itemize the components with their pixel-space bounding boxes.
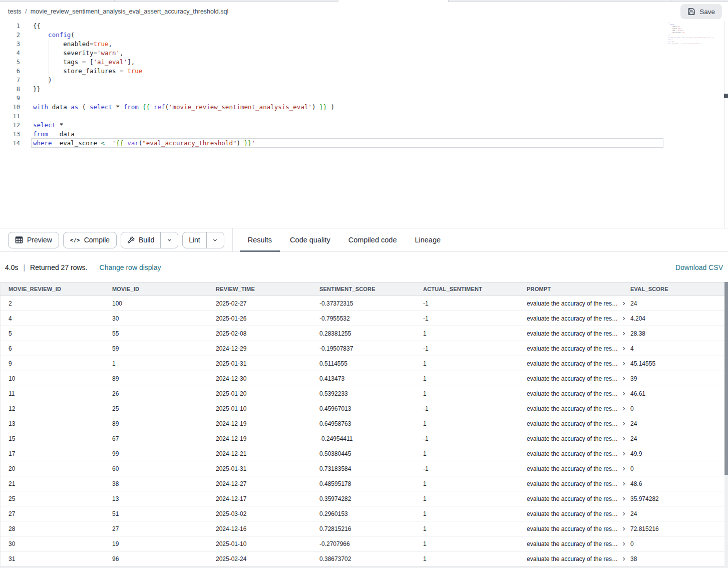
chevron-right-icon <box>621 436 626 441</box>
prompt-expand[interactable]: evaluate the accuracy of the res… <box>523 450 626 457</box>
prompt-expand[interactable]: evaluate the accuracy of the res… <box>523 480 626 487</box>
cell-sentiment_score: 0.73183584 <box>315 465 419 472</box>
code-line[interactable]: 6 store_failures = true <box>0 67 663 76</box>
cell-eval_score: 4 <box>626 345 728 352</box>
code-line[interactable]: 2 config( <box>0 31 663 40</box>
tab-code-quality[interactable]: Code quality <box>289 228 331 251</box>
file-tab-strip[interactable] <box>0 0 728 2</box>
code-line[interactable]: 1{{ <box>0 22 663 31</box>
cell-movie_id: 60 <box>108 465 212 472</box>
cell-eval_score: 24 <box>626 435 728 442</box>
code-text: ) <box>33 76 52 85</box>
prompt-expand[interactable]: evaluate the accuracy of the res… <box>523 435 626 442</box>
cell-movie_review_id: 30 <box>5 540 108 547</box>
code-editor[interactable]: 1{{2 config(3 enabled=true,4 severity='w… <box>0 21 728 228</box>
line-number: 5 <box>0 58 20 67</box>
save-button[interactable]: Save <box>680 4 722 19</box>
cell-movie_id: 25 <box>108 405 212 412</box>
cell-movie_id: 1 <box>108 360 212 367</box>
minimap[interactable]: {{ config( enabled=true, severity='warn'… <box>668 22 724 222</box>
cell-movie_id: 96 <box>108 555 212 562</box>
compile-button[interactable]: </> Compile <box>63 232 117 248</box>
code-line[interactable]: 14where eval_score <= '{{ var("eval_accu… <box>0 139 663 148</box>
line-number: 9 <box>0 94 20 103</box>
editor-scrollbar-thumb[interactable] <box>724 94 728 98</box>
cell-actual_sentiment: 1 <box>419 375 523 382</box>
cell-movie_review_id: 15 <box>5 435 108 442</box>
prompt-expand[interactable]: evaluate the accuracy of the res… <box>523 510 626 517</box>
tab-lineage[interactable]: Lineage <box>414 228 442 251</box>
cell-actual_sentiment: 1 <box>419 525 523 532</box>
chevron-right-icon <box>621 451 626 456</box>
prompt-expand[interactable]: evaluate the accuracy of the res… <box>523 405 626 412</box>
table-row: 20602025-01-310.73183584-1evaluate the a… <box>1 461 728 476</box>
code-line[interactable]: 3 enabled=true, <box>0 40 663 49</box>
app-root: tests / movie_review_sentiment_analysis_… <box>0 0 728 568</box>
chevron-right-icon <box>621 481 626 486</box>
cell-movie_review_id: 12 <box>5 405 108 412</box>
code-line[interactable]: 7 ) <box>0 76 663 85</box>
build-button[interactable]: Build <box>121 232 160 248</box>
code-line[interactable]: 8}} <box>0 85 663 94</box>
prompt-expand[interactable]: evaluate the accuracy of the res… <box>523 360 626 367</box>
cell-movie_id: 59 <box>108 345 212 352</box>
build-dropdown-toggle[interactable] <box>160 232 178 248</box>
cell-sentiment_score: 0.413473 <box>315 375 419 382</box>
line-number: 13 <box>0 130 20 139</box>
lint-dropdown-toggle[interactable] <box>206 232 224 248</box>
table-row: 30192025-01-10-0.27079661evaluate the ac… <box>1 536 728 551</box>
status-row: 4.0s | Returned 27 rows. Change row disp… <box>0 252 728 282</box>
code-line[interactable]: 10with data as ( select * from {{ ref('m… <box>0 103 663 112</box>
query-duration: 4.0s <box>5 263 18 271</box>
cell-eval_score: 38 <box>626 555 728 562</box>
prompt-expand[interactable]: evaluate the accuracy of the res… <box>523 540 626 547</box>
table-row: 6592024-12-29-0.19507837-1evaluate the a… <box>1 341 728 356</box>
cell-sentiment_score: 0.35974282 <box>315 495 419 502</box>
chevron-right-icon <box>621 361 626 366</box>
prompt-expand[interactable]: evaluate the accuracy of the res… <box>523 300 626 307</box>
tab-results[interactable]: Results <box>247 228 273 251</box>
code-line[interactable]: 5 tags = ['ai_eval'], <box>0 58 663 67</box>
tab-compiled-code[interactable]: Compiled code <box>347 228 398 251</box>
code-text: enabled=true, <box>33 40 112 49</box>
code-line[interactable]: 9 <box>0 94 663 103</box>
prompt-expand[interactable]: evaluate the accuracy of the res… <box>523 555 626 562</box>
table-row: 12252025-01-100.45967013-1evaluate the a… <box>1 401 728 416</box>
table-scrollbar-thumb[interactable] <box>724 282 728 475</box>
prompt-expand[interactable]: evaluate the accuracy of the res… <box>523 465 626 472</box>
table-header-row: MOVIE_REVIEW_IDMOVIE_IDREVIEW_TIMESENTIM… <box>1 282 728 296</box>
code-line[interactable]: 11 <box>0 112 663 121</box>
breadcrumb-separator: / <box>25 8 27 15</box>
cell-review_time: 2024-12-21 <box>212 450 315 457</box>
code-line[interactable]: 13from data <box>0 130 663 139</box>
table-scrollbar-track[interactable] <box>724 282 728 568</box>
download-csv-link[interactable]: Download CSV <box>675 263 723 271</box>
prompt-expand[interactable]: evaluate the accuracy of the res… <box>523 375 626 382</box>
breadcrumb-root[interactable]: tests <box>8 8 21 15</box>
code-line[interactable]: 4 severity='warn', <box>0 49 663 58</box>
prompt-expand[interactable]: evaluate the accuracy of the res… <box>523 330 626 337</box>
cell-review_time: 2025-01-26 <box>212 315 315 322</box>
change-row-display-link[interactable]: Change row display <box>100 263 161 271</box>
cell-movie_id: 26 <box>108 390 212 397</box>
cell-sentiment_score: 0.72815216 <box>315 525 419 532</box>
preview-button[interactable]: Preview <box>8 232 59 248</box>
prompt-expand[interactable]: evaluate the accuracy of the res… <box>523 315 626 322</box>
cell-movie_review_id: 4 <box>5 315 108 322</box>
cell-review_time: 2025-03-02 <box>212 510 315 517</box>
prompt-expand[interactable]: evaluate the accuracy of the res… <box>523 345 626 352</box>
prompt-expand[interactable]: evaluate the accuracy of the res… <box>523 525 626 532</box>
prompt-expand[interactable]: evaluate the accuracy of the res… <box>523 390 626 397</box>
prompt-expand[interactable]: evaluate the accuracy of the res… <box>523 495 626 502</box>
chevron-right-icon <box>621 406 626 411</box>
lint-button[interactable]: Lint <box>183 232 206 248</box>
prompt-text: evaluate the accuracy of the res… <box>527 330 618 337</box>
active-file-tab[interactable] <box>338 0 448 2</box>
cell-actual_sentiment: 1 <box>419 495 523 502</box>
cell-eval_score: 35.974282 <box>626 495 728 502</box>
code-line[interactable]: 12select * <box>0 121 663 130</box>
cell-movie_id: 30 <box>108 315 212 322</box>
chevron-right-icon <box>621 556 626 561</box>
column-header-actual_sentiment: ACTUAL_SENTIMENT <box>419 286 523 292</box>
prompt-expand[interactable]: evaluate the accuracy of the res… <box>523 420 626 427</box>
